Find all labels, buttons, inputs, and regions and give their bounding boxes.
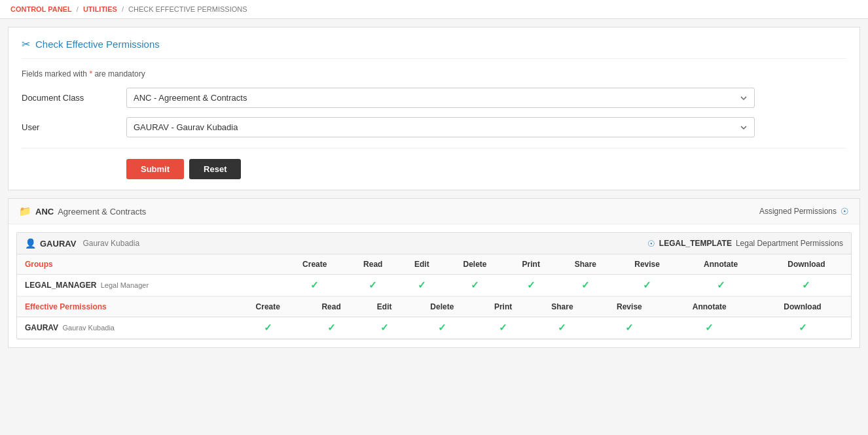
breadcrumb-current: CHECK EFFECTIVE PERMISSIONS [128, 5, 247, 13]
user-name-bold: GAURAV [40, 239, 76, 249]
check-create: ✓ [310, 279, 319, 290]
group-name-light: Legal Manager [101, 281, 149, 289]
annotate-col-header: Annotate [679, 254, 762, 275]
groups-table: Groups Create Read Edit Delete Print Sha… [17, 254, 851, 296]
eff-check-create: ✓ [264, 322, 272, 333]
inner-section: 👤 GAURAV Gaurav Kubadia ☉ LEGAL_TEMPLATE… [16, 232, 852, 339]
breadcrumb-control-panel[interactable]: CONTROL PANEL [10, 5, 72, 13]
user-select[interactable]: GAURAV - Gaurav Kubadia [126, 117, 755, 137]
eff-edit-cell: ✓ [360, 317, 408, 339]
eff-check-share: ✓ [558, 322, 566, 333]
eff-revise-col: Revise [594, 297, 664, 317]
revise-col-header: Revise [615, 254, 679, 275]
eff-create-cell: ✓ [234, 317, 302, 339]
effective-header-row: Effective Permissions Create Read Edit D… [17, 297, 851, 317]
user-header-left: 👤 GAURAV Gaurav Kubadia [25, 238, 139, 249]
eff-print-col: Print [476, 297, 531, 317]
eff-name-cell: GAURAV Gaurav Kubadia [17, 317, 234, 339]
eff-name-light: Gaurav Kubadia [62, 324, 115, 332]
eff-check-annotate: ✓ [705, 322, 714, 333]
user-row: User GAURAV - Gaurav Kubadia [22, 117, 846, 137]
read-col-header: Read [346, 254, 399, 275]
delete-col-header: Delete [444, 254, 505, 275]
check-revise: ✓ [643, 279, 651, 290]
groups-col-header: Groups [17, 254, 283, 275]
breadcrumb-sep1: / [77, 5, 79, 13]
share-col-header: Share [556, 254, 615, 275]
results-header: 📁 ANC Agreement & Contracts Assigned Per… [9, 199, 859, 224]
eff-check-download: ✓ [799, 322, 807, 333]
print-cell: ✓ [506, 275, 556, 296]
check-share: ✓ [581, 279, 590, 290]
results-header-right: Assigned Permissions ☉ [759, 206, 849, 217]
download-col-header: Download [762, 254, 851, 275]
check-annotate: ✓ [717, 279, 725, 290]
eff-delete-cell: ✓ [408, 317, 475, 339]
groups-header-row: Groups Create Read Edit Delete Print Sha… [17, 254, 851, 275]
user-header: 👤 GAURAV Gaurav Kubadia ☉ LEGAL_TEMPLATE… [17, 233, 851, 254]
eff-share-col: Share [531, 297, 594, 317]
eff-create-col: Create [234, 297, 302, 317]
eff-check-print: ✓ [499, 322, 507, 333]
template-code: LEGAL_TEMPLATE [659, 239, 732, 248]
document-class-select[interactable]: ANC - Agreement & Contracts [126, 88, 755, 108]
button-row: Submit Reset [126, 159, 846, 179]
anc-code: ANC [35, 207, 54, 217]
form-divider [22, 148, 846, 148]
read-cell: ✓ [346, 275, 399, 296]
wrench-icon: ✂ [22, 38, 30, 50]
reset-button[interactable]: Reset [189, 159, 241, 179]
document-class-row: Document Class ANC - Agreement & Contrac… [22, 88, 846, 108]
revise-cell: ✓ [615, 275, 679, 296]
breadcrumb-sep2: / [122, 5, 124, 13]
submit-button[interactable]: Submit [126, 159, 184, 179]
edit-col-header: Edit [399, 254, 444, 275]
group-name-cell: LEGAL_MANAGER Legal Manager [17, 275, 283, 296]
check-read: ✓ [369, 279, 377, 290]
eff-read-cell: ✓ [302, 317, 360, 339]
annotate-cell: ✓ [679, 275, 762, 296]
check-print: ✓ [527, 279, 535, 290]
main-form-section: ✂ Check Effective Permissions Fields mar… [8, 27, 860, 190]
check-edit: ✓ [418, 279, 426, 290]
eff-print-cell: ✓ [476, 317, 531, 339]
document-class-label: Document Class [22, 93, 126, 103]
eff-edit-col: Edit [360, 297, 408, 317]
eff-annotate-col: Annotate [664, 297, 754, 317]
user-label: User [22, 122, 126, 132]
results-header-left: 📁 ANC Agreement & Contracts [19, 205, 146, 217]
user-icon: 👤 [25, 238, 36, 249]
eff-download-col: Download [754, 297, 851, 317]
table-row: GAURAV Gaurav Kubadia ✓ ✓ ✓ ✓ ✓ ✓ ✓ ✓ ✓ [17, 317, 851, 339]
section-header: ✂ Check Effective Permissions [22, 38, 846, 59]
check-delete: ✓ [471, 279, 479, 290]
eff-annotate-cell: ✓ [664, 317, 754, 339]
check-download: ✓ [802, 279, 810, 290]
user-name-light: Gaurav Kubadia [82, 239, 139, 248]
delete-cell: ✓ [444, 275, 505, 296]
create-col-header: Create [283, 254, 346, 275]
eff-read-col: Read [302, 297, 360, 317]
eff-revise-cell: ✓ [594, 317, 664, 339]
breadcrumb-utilities[interactable]: UTILITIES [83, 5, 117, 13]
group-name-bold: LEGAL_MANAGER [25, 281, 96, 290]
eff-check-read: ✓ [327, 322, 336, 333]
shield-sm-icon: ☉ [647, 239, 655, 249]
eff-delete-col: Delete [408, 297, 475, 317]
breadcrumb: CONTROL PANEL / UTILITIES / CHECK EFFECT… [0, 0, 868, 19]
edit-cell: ✓ [399, 275, 444, 296]
effective-table: Effective Permissions Create Read Edit D… [17, 297, 851, 339]
folder-icon: 📁 [19, 205, 31, 217]
eff-check-revise: ✓ [625, 322, 634, 333]
eff-check-edit: ✓ [380, 322, 389, 333]
results-section: 📁 ANC Agreement & Contracts Assigned Per… [8, 198, 860, 348]
eff-col-header: Effective Permissions [17, 297, 234, 317]
shield-icon: ☉ [841, 206, 849, 217]
eff-share-cell: ✓ [531, 317, 594, 339]
anc-description: Agreement & Contracts [58, 207, 146, 217]
print-col-header: Print [506, 254, 556, 275]
user-header-right: ☉ LEGAL_TEMPLATE Legal Department Permis… [647, 239, 843, 249]
page-title: Check Effective Permissions [35, 39, 160, 50]
share-cell: ✓ [556, 275, 615, 296]
template-desc: Legal Department Permissions [736, 239, 843, 248]
